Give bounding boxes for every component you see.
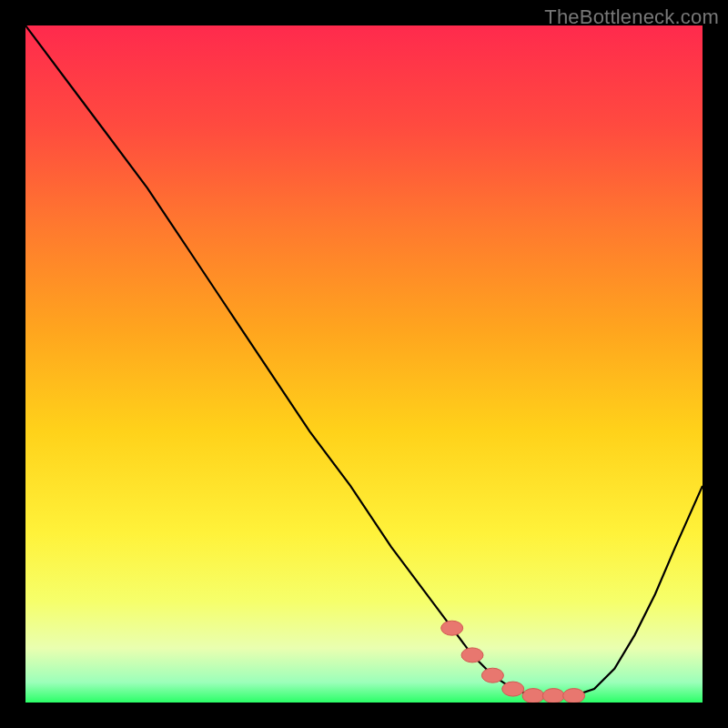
optimal-marker bbox=[563, 689, 585, 703]
plot-svg bbox=[25, 25, 703, 703]
optimal-marker bbox=[522, 689, 544, 703]
plot-frame bbox=[25, 25, 703, 703]
optimal-marker bbox=[502, 682, 524, 696]
optimal-marker bbox=[441, 621, 463, 635]
optimal-marker bbox=[461, 648, 483, 662]
watermark-text: TheBottleneck.com bbox=[544, 5, 719, 29]
gradient-backdrop bbox=[25, 25, 703, 703]
optimal-marker bbox=[542, 689, 564, 703]
chart-container: TheBottleneck.com bbox=[0, 0, 728, 728]
optimal-marker bbox=[481, 668, 503, 682]
